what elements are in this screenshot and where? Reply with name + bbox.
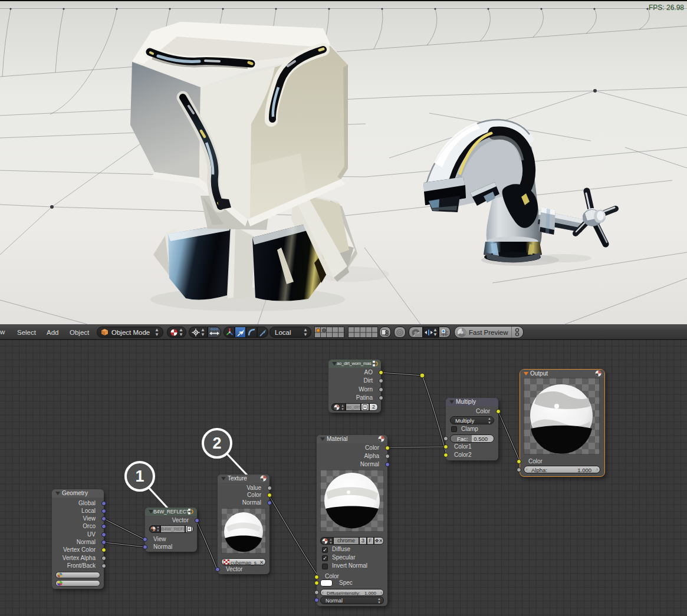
svg-text:FPS: 26.98: FPS: 26.98 bbox=[649, 4, 684, 12]
